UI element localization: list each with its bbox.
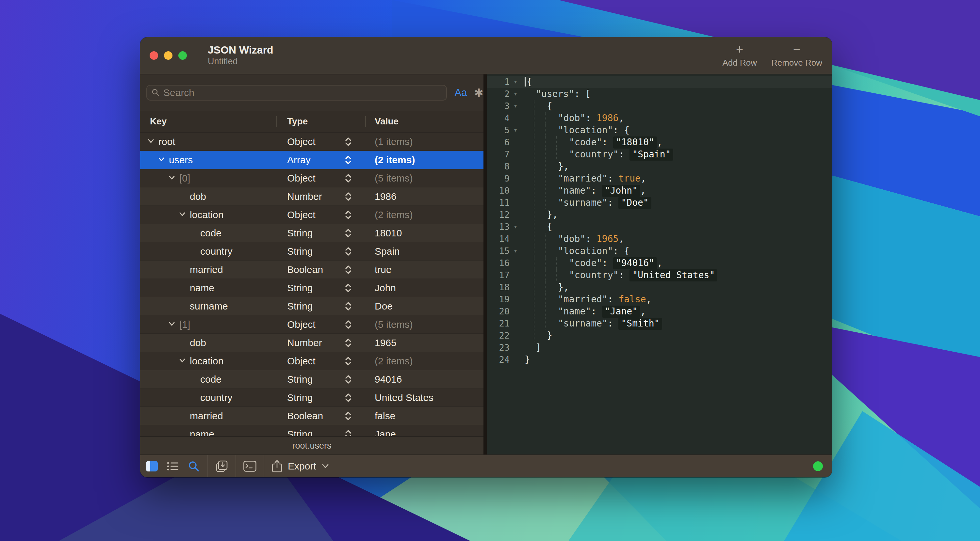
code-line[interactable]: 3▾{ — [487, 100, 832, 112]
disclosure-toggle[interactable] — [157, 155, 165, 165]
type-stepper[interactable] — [345, 265, 352, 274]
type-stepper[interactable] — [345, 174, 352, 183]
type-stepper[interactable] — [345, 210, 352, 219]
line-number: 8 — [487, 160, 514, 172]
disclosure-toggle[interactable] — [167, 173, 176, 183]
fold-arrow-icon[interactable]: ▾ — [514, 76, 520, 88]
column-header-type[interactable]: Type — [276, 116, 365, 127]
remove-row-button[interactable]: − Remove Row — [771, 43, 822, 68]
code-line[interactable]: 5▾"location": { — [487, 124, 832, 136]
table-row[interactable]: countryStringSpain — [140, 242, 484, 260]
type-stepper-icon — [345, 411, 352, 420]
find-button[interactable] — [187, 459, 200, 474]
list-view-button[interactable] — [166, 459, 179, 474]
table-row[interactable]: countryStringUnited States — [140, 389, 484, 407]
type-stepper[interactable] — [345, 357, 352, 366]
code-line[interactable]: 14"dob": 1965, — [487, 233, 832, 245]
table-row[interactable]: codeString18010 — [140, 224, 484, 242]
disclosure-toggle[interactable] — [178, 210, 186, 220]
disclosure-toggle[interactable] — [147, 137, 155, 147]
fold-arrow-icon[interactable]: ▾ — [514, 88, 520, 100]
type-stepper[interactable] — [345, 228, 352, 238]
code-line[interactable]: 7"country": "Spain" — [487, 148, 832, 160]
table-row[interactable]: [1]Object(5 items) — [140, 316, 484, 334]
code-line[interactable]: 15▾"location": { — [487, 245, 832, 257]
table-row[interactable]: codeString94016 — [140, 370, 484, 389]
code-line[interactable]: 1▾{ — [487, 76, 832, 88]
code-line[interactable]: 4"dob": 1986, — [487, 112, 832, 124]
column-header-value[interactable]: Value — [365, 116, 484, 127]
code-line[interactable]: 20"name": "Jane", — [487, 305, 832, 317]
table-row[interactable]: rootObject(1 items) — [140, 133, 484, 151]
code-line[interactable]: 12}, — [487, 209, 832, 221]
regex-toggle-icon[interactable]: ✱ — [474, 87, 484, 98]
code-token: : — [602, 137, 613, 148]
table-row[interactable]: surnameStringDoe — [140, 297, 484, 316]
code-line[interactable]: 2▾"users": [ — [487, 88, 832, 100]
import-button[interactable] — [215, 459, 228, 474]
code-line[interactable]: 11"surname": "Doe" — [487, 197, 832, 209]
table-row[interactable]: locationObject(2 items) — [140, 206, 484, 224]
disclosure-chevron-icon[interactable] — [167, 173, 176, 182]
minimize-button[interactable] — [164, 51, 172, 60]
code-line[interactable]: 10"name": "John", — [487, 184, 832, 197]
panel-divider[interactable] — [484, 75, 487, 454]
type-stepper[interactable] — [345, 137, 352, 146]
disclosure-toggle[interactable] — [178, 356, 186, 366]
table-row[interactable]: nameStringJohn — [140, 279, 484, 297]
code-line[interactable]: 18}, — [487, 281, 832, 293]
zoom-button[interactable] — [178, 51, 187, 60]
code-line[interactable]: 8}, — [487, 160, 832, 172]
code-line[interactable]: 19"married": false, — [487, 293, 832, 305]
table-row[interactable]: marriedBooleantrue — [140, 260, 484, 279]
table-row[interactable]: usersArray(2 items) — [140, 151, 484, 169]
sidebar-toggle-button[interactable] — [145, 459, 158, 474]
disclosure-chevron-icon[interactable] — [157, 155, 165, 163]
fold-arrow-icon[interactable]: ▾ — [514, 100, 520, 112]
fold-arrow-icon[interactable]: ▾ — [514, 124, 520, 136]
table-row[interactable]: locationObject(2 items) — [140, 352, 484, 370]
type-stepper[interactable] — [345, 192, 352, 201]
type-stepper[interactable] — [345, 302, 352, 311]
disclosure-toggle[interactable] — [167, 320, 176, 330]
table-row[interactable]: dobNumber1965 — [140, 334, 484, 352]
code-line[interactable]: 9"married": true, — [487, 172, 832, 184]
code-line[interactable]: 23] — [487, 341, 832, 354]
type-stepper[interactable] — [345, 283, 352, 292]
code-line[interactable]: 13▾{ — [487, 221, 832, 233]
type-stepper[interactable] — [345, 393, 352, 402]
code-line[interactable]: 6"code": "18010", — [487, 136, 832, 148]
json-editor[interactable]: 1▾{2▾"users": [3▾{4"dob": 1986,5▾"locati… — [487, 75, 832, 454]
row-key: dob — [190, 191, 206, 202]
type-stepper[interactable] — [345, 320, 352, 329]
line-number: 17 — [487, 269, 514, 281]
code-line[interactable]: 22} — [487, 330, 832, 341]
table-row[interactable]: dobNumber1986 — [140, 187, 484, 206]
code-line[interactable]: 16"code": "94016", — [487, 257, 832, 269]
type-stepper[interactable] — [345, 247, 352, 256]
type-stepper[interactable] — [345, 375, 352, 384]
fold-arrow-icon[interactable]: ▾ — [514, 221, 520, 233]
disclosure-chevron-icon[interactable] — [167, 320, 176, 328]
disclosure-chevron-icon[interactable] — [178, 356, 186, 365]
disclosure-chevron-icon[interactable] — [147, 137, 155, 145]
add-row-button[interactable]: + Add Row — [722, 43, 757, 68]
code-line[interactable]: 21"surname": "Smith" — [487, 317, 832, 330]
type-stepper[interactable] — [345, 430, 352, 436]
column-header-key[interactable]: Key — [140, 116, 276, 127]
match-case-toggle[interactable]: Aa — [455, 87, 467, 98]
close-button[interactable] — [150, 51, 158, 60]
search-input[interactable] — [163, 87, 446, 98]
type-stepper[interactable] — [345, 155, 352, 165]
console-button[interactable] — [243, 459, 256, 474]
table-row[interactable]: [0]Object(5 items) — [140, 169, 484, 187]
fold-arrow-icon[interactable]: ▾ — [514, 245, 520, 257]
export-button[interactable]: Export — [272, 460, 329, 473]
table-row[interactable]: nameStringJane — [140, 425, 484, 436]
type-stepper[interactable] — [345, 338, 352, 347]
disclosure-chevron-icon[interactable] — [178, 210, 186, 219]
table-row[interactable]: marriedBooleanfalse — [140, 407, 484, 425]
code-line[interactable]: 24} — [487, 354, 832, 366]
code-line[interactable]: 17"country": "United States" — [487, 269, 832, 281]
type-stepper[interactable] — [345, 411, 352, 420]
